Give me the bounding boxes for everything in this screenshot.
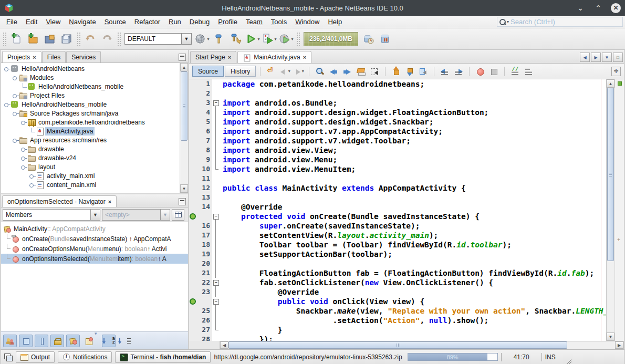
tree-row[interactable]: activity_main.xml — [1, 171, 180, 180]
tree-toggle-icon[interactable] — [12, 92, 19, 99]
tree-row[interactable]: HelloAndroidNetbeans — [1, 64, 180, 73]
debug-button[interactable]: 3▾ — [261, 30, 278, 47]
code-view[interactable]: 1package com.petanikode.helloandroidnetb… — [189, 79, 606, 341]
menu-tools[interactable]: Tools — [267, 16, 291, 27]
menu-refactor[interactable]: Refactor — [130, 16, 164, 27]
tab-start-page[interactable]: Start Page × — [190, 51, 236, 63]
show-static-members-toggle[interactable] — [35, 335, 48, 347]
tree-row[interactable]: content_main.xml — [1, 180, 180, 189]
scroll-down-icon[interactable]: ▼ — [607, 332, 614, 341]
code-text[interactable]: @Override — [220, 202, 606, 212]
maximize-editor-button[interactable]: □ — [613, 53, 623, 62]
navigator-item[interactable]: onCreate(Bundle savedInstanceState) ↑ Ap… — [1, 234, 188, 244]
code-text[interactable]: setSupportActionBar(toolbar); — [220, 249, 606, 259]
menu-window[interactable]: Window — [291, 16, 324, 27]
scrollbar-thumb[interactable] — [228, 341, 567, 349]
override-glyph-icon[interactable] — [190, 213, 196, 220]
navigator-item[interactable]: MainActivity :: AppCompatActivity — [1, 224, 188, 234]
show-anonymous-classes-toggle[interactable] — [82, 335, 96, 347]
code-text[interactable]: @Override — [220, 287, 606, 297]
tree-toggle-icon[interactable] — [28, 181, 36, 189]
code-text[interactable]: } — [220, 325, 606, 335]
code-text[interactable]: import android.support.design.widget.Sna… — [220, 117, 606, 127]
tree-toggle-icon[interactable] — [20, 119, 27, 126]
tree-toggle-icon[interactable] — [20, 163, 27, 171]
scrollbar-thumb[interactable] — [607, 88, 614, 261]
last-edit-position-button[interactable] — [265, 65, 277, 78]
tab-services[interactable]: Services — [66, 51, 101, 63]
services-globe-button[interactable]: ▾ — [194, 30, 211, 47]
toggle-highlight-button[interactable] — [355, 65, 367, 78]
output-button[interactable]: Output — [16, 351, 55, 363]
show-inherited-members-toggle[interactable] — [3, 335, 17, 347]
code-text[interactable]: import android.os.Bundle; — [220, 98, 606, 108]
menu-run[interactable]: Run — [164, 16, 185, 27]
run-button[interactable]: ▾ — [244, 30, 261, 47]
tree-toggle-icon[interactable] — [28, 172, 36, 180]
rectangular-selection-button[interactable] — [368, 65, 381, 78]
toolbar-grip[interactable] — [117, 32, 121, 46]
tree-row[interactable]: App resources src/main/res — [1, 136, 180, 144]
toggle-bookmark-button[interactable] — [417, 65, 430, 78]
code-text[interactable] — [220, 259, 606, 268]
code-text[interactable]: import android.support.design.widget.Flo… — [220, 108, 606, 117]
code-text[interactable]: import android.support.v7.widget.Toolbar… — [220, 136, 606, 145]
tree-toggle-icon[interactable] — [3, 65, 11, 72]
gc-button[interactable] — [360, 30, 377, 47]
memory-indicator[interactable]: 236,2/401,0MB — [304, 32, 358, 46]
sort-by-source-toggle[interactable] — [118, 335, 131, 347]
editor-horizontal-scrollbar[interactable]: ◀ ▶ — [189, 341, 624, 349]
menu-navigate[interactable]: Navigate — [65, 16, 100, 27]
show-table-columns-button[interactable] — [172, 209, 184, 221]
code-text[interactable]: setContentView(R.layout.activity_main); — [220, 231, 606, 240]
history-view-button[interactable]: History — [225, 66, 256, 77]
maximize-button[interactable]: ⌃ — [593, 3, 603, 13]
menu-source[interactable]: Source — [100, 16, 130, 27]
window-group-icon[interactable] — [4, 353, 13, 361]
tab-mainactivity-java[interactable]: MainActivity.java × — [237, 51, 311, 63]
tree-toggle-icon[interactable] — [12, 110, 19, 117]
undo-button[interactable] — [82, 30, 99, 47]
new-file-button[interactable] — [8, 30, 25, 47]
clean-build-button[interactable] — [227, 30, 244, 47]
scroll-down-icon[interactable]: ▼ — [180, 184, 188, 193]
close-tab-icon[interactable]: × — [228, 54, 231, 60]
fold-toggle-icon[interactable] — [212, 297, 220, 306]
shift-line-left-button[interactable] — [439, 65, 451, 78]
previous-occurrence-button[interactable] — [327, 65, 340, 78]
tree-row[interactable]: HelloAndroidNetbeans_mobile — [1, 100, 180, 109]
minimize-button[interactable]: ⌄ — [575, 3, 586, 13]
fold-toggle-icon[interactable] — [212, 278, 220, 287]
search-dropdown-icon[interactable]: ▾ — [507, 19, 509, 24]
tree-row[interactable]: com.petanikode.helloandroidnetbeans — [1, 118, 180, 127]
menu-edit[interactable]: Edit — [22, 16, 41, 27]
next-bookmark-button[interactable] — [403, 65, 416, 78]
tree-toggle-icon[interactable] — [20, 145, 27, 153]
tree-row[interactable]: HelloAndroidNetbeans_mobile — [1, 82, 180, 91]
resize-grip[interactable] — [566, 359, 571, 364]
scroll-up-icon[interactable]: ▲ — [607, 79, 614, 88]
implements-glyph-icon[interactable] — [190, 298, 196, 305]
notifications-button[interactable]: Notifications — [58, 351, 112, 363]
scroll-up-icon[interactable]: ▲ — [180, 63, 188, 71]
shift-line-right-button[interactable] — [452, 65, 465, 78]
code-text[interactable]: public void onClick(View view) { — [220, 297, 606, 306]
comment-button[interactable] — [509, 65, 522, 78]
minimize-panel-button[interactable] — [179, 198, 186, 205]
search-box[interactable]: ▾ — [497, 17, 623, 27]
fold-toggle-icon[interactable] — [212, 98, 220, 108]
show-fields-toggle[interactable] — [19, 335, 33, 347]
code-text[interactable] — [220, 193, 606, 202]
toolbar-grip[interactable] — [77, 32, 80, 46]
code-text[interactable]: .setAction("Action", null).show(); — [220, 316, 606, 325]
combo-arrow-icon[interactable]: ▼ — [90, 210, 100, 220]
source-view-button[interactable]: Source — [192, 66, 224, 77]
tree-toggle-icon[interactable] — [12, 137, 19, 144]
back-button[interactable]: ▾ — [278, 65, 291, 78]
close-tab-icon[interactable]: × — [108, 199, 111, 205]
menu-profile[interactable]: Profile — [214, 16, 242, 27]
scrollbar-thumb[interactable] — [181, 71, 188, 141]
show-non-public-toggle[interactable] — [50, 335, 64, 347]
show-opened-documents-button[interactable]: ▼ — [602, 53, 612, 62]
code-text[interactable] — [220, 89, 606, 98]
